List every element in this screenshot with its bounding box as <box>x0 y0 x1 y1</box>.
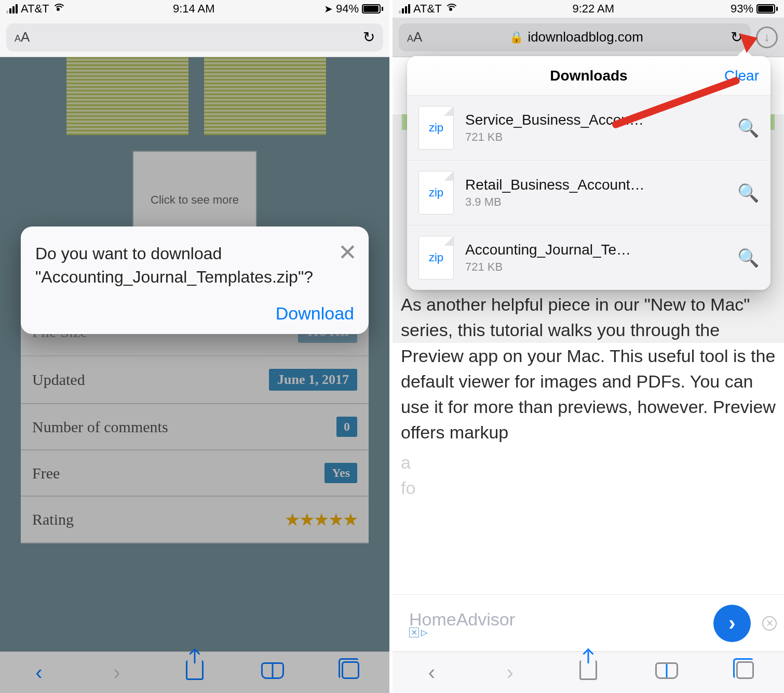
download-size: 721 KB <box>465 260 726 274</box>
lock-icon: 🔒 <box>509 31 523 44</box>
signal-icon <box>6 4 18 14</box>
url-bar: AA 🔒 idownloadblog.com ↻ ↓ <box>393 18 784 57</box>
ad-brand: HomeAdvisor ✕ ▷ <box>393 609 713 637</box>
download-name: Service_Business_Accou… <box>465 112 726 128</box>
carrier-label: AT&T <box>21 2 49 16</box>
book-icon <box>261 662 284 679</box>
back-button[interactable]: ‹ <box>23 661 55 684</box>
clear-button[interactable]: Clear <box>724 68 759 84</box>
status-bar: AT&T 9:22 AM 93% <box>393 0 784 18</box>
reveal-icon[interactable]: 🔍 <box>737 182 759 203</box>
share-icon <box>186 660 204 680</box>
book-icon <box>655 662 678 679</box>
ad-banner[interactable]: HomeAdvisor ✕ ▷ › ✕ <box>393 594 784 651</box>
download-size: 3.9 MB <box>465 195 726 209</box>
battery-icon <box>362 4 383 14</box>
signal-icon <box>399 4 410 14</box>
share-icon <box>579 660 597 680</box>
status-bar: AT&T 9:14 AM ➤ 94% <box>0 0 389 18</box>
file-icon: zip <box>418 236 454 279</box>
clock: 9:22 AM <box>572 2 614 16</box>
carrier-label: AT&T <box>413 2 442 16</box>
file-icon: zip <box>418 171 454 215</box>
download-name: Accounting_Journal_Te… <box>465 242 726 258</box>
bottom-toolbar: ‹ › <box>393 651 784 693</box>
download-item[interactable]: zip Accounting_Journal_Te… 721 KB 🔍 <box>407 225 771 290</box>
text-size-button[interactable]: AA <box>407 29 422 45</box>
battery-icon <box>756 4 778 14</box>
url-bar: AA ↻ <box>0 18 389 57</box>
modal-backdrop <box>0 57 389 693</box>
bookmarks-button[interactable] <box>651 662 682 684</box>
article-cut-line: fo <box>401 475 776 501</box>
tabs-button[interactable] <box>729 661 761 684</box>
back-button[interactable]: ‹ <box>416 661 447 684</box>
clock: 9:14 AM <box>173 2 215 16</box>
share-button[interactable] <box>179 660 210 685</box>
ad-close-button[interactable]: ✕ <box>762 616 777 631</box>
battery-pct: 94% <box>336 2 359 16</box>
article-cut-line: a <box>401 450 776 475</box>
forward-button[interactable]: › <box>494 661 525 684</box>
wifi-icon <box>445 5 456 13</box>
location-icon: ➤ <box>324 3 333 15</box>
reload-button[interactable]: ↻ <box>731 29 742 46</box>
ad-go-button[interactable]: › <box>713 605 751 642</box>
article-text: As another helpful piece in our "New to … <box>401 292 776 501</box>
reveal-icon[interactable]: 🔍 <box>737 117 759 138</box>
battery-pct: 93% <box>731 2 753 16</box>
download-item[interactable]: zip Service_Business_Accou… 721 KB 🔍 <box>407 96 771 160</box>
download-item[interactable]: zip Retail_Business_Account… 3.9 MB 🔍 <box>407 160 771 225</box>
download-prompt: ✕ Do you want to download "Accounting_Jo… <box>21 226 369 334</box>
close-button[interactable]: ✕ <box>338 239 357 265</box>
address-field[interactable]: AA ↻ <box>6 23 383 51</box>
url-domain: 🔒 idownloadblog.com <box>422 29 731 45</box>
wifi-icon <box>52 5 64 13</box>
popover-header: Downloads Clear <box>407 56 771 96</box>
address-field[interactable]: AA 🔒 idownloadblog.com ↻ <box>399 23 751 51</box>
tabs-icon <box>736 661 754 679</box>
downloads-button[interactable]: ↓ <box>756 26 778 48</box>
reload-button[interactable]: ↻ <box>363 29 375 46</box>
download-name: Retail_Business_Account… <box>465 177 726 193</box>
bookmarks-button[interactable] <box>257 662 288 684</box>
reveal-icon[interactable]: 🔍 <box>737 247 759 268</box>
tabs-button[interactable] <box>335 661 366 684</box>
popover-title: Downloads <box>550 68 627 84</box>
prompt-message: Do you want to download "Accounting_Jour… <box>35 242 264 289</box>
share-button[interactable] <box>573 660 604 685</box>
text-size-button[interactable]: AA <box>15 29 30 45</box>
file-icon: zip <box>418 106 454 150</box>
download-size: 721 KB <box>465 130 726 144</box>
tabs-icon <box>342 661 359 679</box>
downloads-popover: Downloads Clear zip Service_Business_Acc… <box>407 56 771 290</box>
bottom-toolbar: ‹ › <box>0 651 389 693</box>
forward-button[interactable]: › <box>101 661 132 684</box>
download-button[interactable]: Download <box>35 303 354 324</box>
